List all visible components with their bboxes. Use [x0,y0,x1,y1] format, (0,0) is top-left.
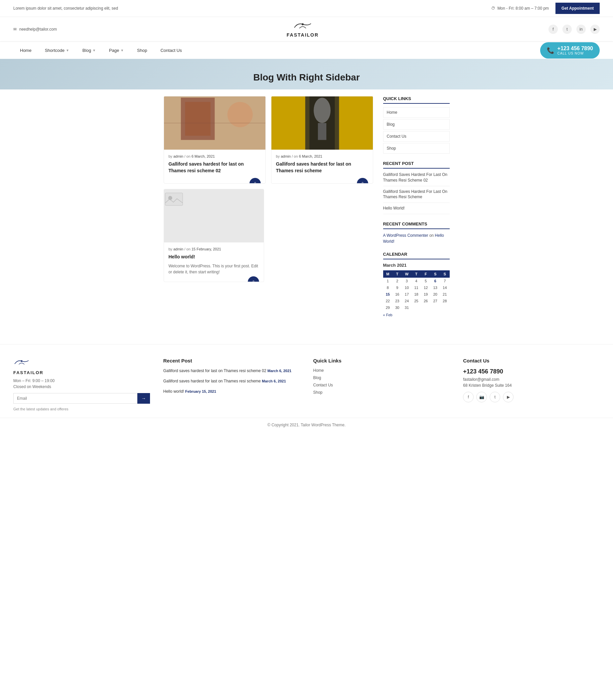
posts-row-2: ⇪ by admin / on 15 February, 2021 Hello … [164,189,373,282]
youtube-icon[interactable]: ▶ [590,25,600,34]
footer-email-submit[interactable]: → [138,393,150,404]
twitter-icon[interactable]: t [562,25,572,34]
footer-recent-post-col: Recent Post Galliford saves hardest for … [163,358,300,411]
cal-day-15[interactable]: 15 [383,291,393,298]
cal-day: 19 [421,291,431,298]
footer-post-link-1[interactable]: Galliford saves hardest for last on Tham… [163,368,266,373]
footer-phone: +123 456 7890 [463,368,600,375]
sidebar-recent-comments: RECENT COMMENTS A WordPress Commenter on… [383,222,450,245]
top-bar-hours: ⏱ Mon - Fri: 8:00 am – 7:00 pm [491,6,549,11]
cal-day [430,304,440,311]
main-content: ⇪ by admin / on 6 March, 2021 Galliford … [157,90,456,331]
cal-day: 26 [421,298,431,304]
header-email: ✉ needhelp@tailor.com [13,27,57,31]
post-author-2: admin [281,154,291,158]
facebook-icon[interactable]: f [548,25,558,34]
cal-header-s1: S [430,270,440,278]
logo-icon [293,21,313,31]
cal-day [412,304,421,311]
cal-day: 1 [383,278,393,284]
cal-day: 10 [402,284,412,291]
commenter-link[interactable]: A WordPress Commenter [383,233,428,238]
post-image-tailor [164,96,265,150]
footer-link-contact[interactable]: Contact Us [313,383,450,387]
footer-email-input[interactable] [13,393,138,404]
footer-post-link-2[interactable]: Galliford saves hardest for last on Tham… [163,379,261,383]
recent-post-1[interactable]: Galliford Saves Hardest For Last On Tham… [383,172,450,186]
cal-day: 18 [412,291,421,298]
post-image-sewing [271,96,373,150]
site-header: ✉ needhelp@tailor.com FASTAILOR f t in ▶ [0,17,613,42]
footer-email-address: fastailor@gmail.com [463,377,600,382]
calendar-month: March 2021 [383,263,450,268]
sidebar-recent-posts: RECENT POST Galliford Saves Hardest For … [383,161,450,214]
nav-shortcode[interactable]: Shortcode ▼ [38,42,76,59]
cal-day: 21 [440,291,450,298]
footer-updates-text: Get the latest updates and offeres [13,407,150,411]
cal-row-4: 22232425262728 [383,298,450,304]
svg-rect-11 [165,193,183,206]
call-box: 📞 +123 456 7890 CALL US NOW [540,42,600,58]
cal-day: 22 [383,298,393,304]
recent-post-3[interactable]: Hello World! [383,206,450,214]
footer-socials: f 📷 t ▶ [463,392,600,402]
nav-page[interactable]: Page ▼ [102,42,130,59]
cal-day: 24 [402,298,412,304]
calendar-table: M T W T F S S 1234567 891011121314 [383,270,450,311]
email-icon: ✉ [13,27,17,31]
cal-day: 5 [421,278,431,284]
cal-day-6[interactable]: 6 [430,278,440,284]
post-excerpt-3: Welcome to WordPress. This is your first… [169,263,259,275]
recent-post-2[interactable]: Galliford Saves Hardest For Last On Tham… [383,189,450,203]
call-info: +123 456 7890 CALL US NOW [558,45,593,55]
post-author-3: admin [173,247,183,251]
sidebar-link-contact[interactable]: Contact Us [383,131,450,142]
nav-home[interactable]: Home [13,42,38,59]
footer-twitter-icon[interactable]: t [490,392,500,402]
post-title-1[interactable]: Galliford saves hardest for last on Tham… [169,161,261,174]
svg-rect-3 [185,102,210,136]
page-dropdown-arrow: ▼ [120,49,124,52]
nav-contact[interactable]: Contact Us [154,42,188,59]
post-title-2[interactable]: Galliford saves hardest for last on Tham… [276,161,368,174]
cal-header-m: M [383,270,393,278]
post-title-3[interactable]: Hello world! [169,254,259,260]
cal-header-t2: T [412,270,421,278]
footer-brand-col: FASTAILOR Mon – Fri: 9:00 – 19:00 Closed… [13,358,150,411]
footer-link-shop[interactable]: Shop [313,390,450,395]
cal-day: 31 [402,304,412,311]
copyright-text: © Copyright 2021. Tailor WordPress Theme… [268,423,345,427]
logo-area: FASTAILOR [287,21,318,38]
footer-brand-name: FASTAILOR [13,370,150,375]
footer-instagram-icon[interactable]: 📷 [476,392,487,402]
instagram-icon[interactable]: in [576,25,586,34]
svg-point-12 [168,196,172,200]
recent-post-heading: RECENT POST [383,161,450,169]
contact-email: needhelp@tailor.com [19,27,57,31]
cal-day: 13 [430,284,440,291]
footer-link-home[interactable]: Home [313,368,450,373]
cal-row-3: 15161718192021 [383,291,450,298]
call-label: CALL US NOW [558,52,593,55]
footer-closed-text: Closed on Weekends [13,384,51,389]
nav-blog[interactable]: Blog ▼ [76,42,102,59]
sidebar-link-home[interactable]: Home [383,107,450,118]
footer-post-link-3[interactable]: Hello world! [163,389,184,394]
posts-area: ⇪ by admin / on 6 March, 2021 Galliford … [164,96,373,324]
post-card-3: ⇪ by admin / on 15 February, 2021 Hello … [164,189,264,282]
cal-header-f: F [421,270,431,278]
get-appointment-button[interactable]: Get Appointment [556,3,600,14]
footer-youtube-icon[interactable]: ▶ [503,392,513,402]
sidebar-link-shop[interactable]: Shop [383,143,450,154]
svg-point-13 [21,360,23,362]
sidebar-calendar: CALENDAR March 2021 M T W T F S S [383,252,450,317]
footer-email-row: → [13,393,150,404]
nav-shop[interactable]: Shop [130,42,154,59]
cal-day: 2 [392,278,402,284]
svg-rect-10 [318,123,326,140]
footer-facebook-icon[interactable]: f [463,392,474,402]
calendar-prev-month[interactable]: « Feb [383,313,450,317]
footer-link-blog[interactable]: Blog [313,375,450,380]
sewing-image-svg [271,96,373,150]
sidebar-link-blog[interactable]: Blog [383,119,450,130]
